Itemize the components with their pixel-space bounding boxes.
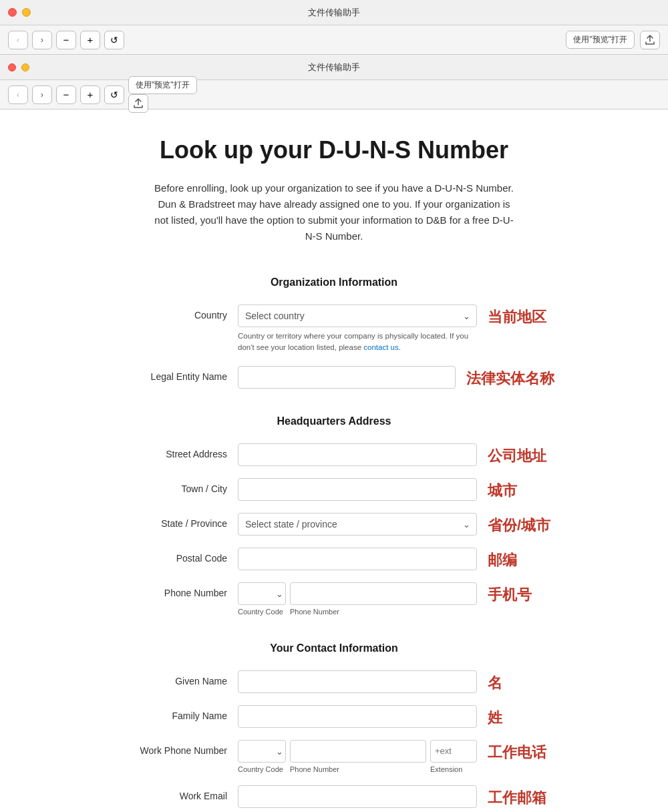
postal-row: Postal Code 邮编: [114, 548, 554, 570]
work-phone-annotation: 工作电话: [488, 740, 554, 763]
back-btn-2[interactable]: ‹: [8, 85, 28, 104]
work-email-input[interactable]: [238, 785, 477, 808]
org-section-title: Organization Information: [114, 276, 554, 288]
page-description: Before enrolling, look up your organizat…: [154, 180, 514, 244]
town-annotation: 城市: [488, 478, 554, 501]
contact-section-title: Your Contact Information: [114, 642, 554, 654]
town-field: [238, 478, 477, 501]
postal-label: Postal Code: [114, 548, 227, 564]
phone-number-input[interactable]: [290, 582, 477, 605]
state-field: Select state / province ⌄: [238, 513, 477, 536]
legal-entity-input[interactable]: [238, 366, 456, 389]
family-name-field: [238, 705, 477, 728]
town-label: Town / City: [114, 478, 227, 494]
refresh-btn-2[interactable]: ↺: [104, 85, 124, 104]
family-name-label: Family Name: [114, 705, 227, 721]
phone-annotation: 手机号: [488, 582, 554, 605]
country-label: Country: [114, 304, 227, 321]
state-row: State / Province Select state / province…: [114, 513, 554, 536]
window-title-1: 文件传输助手: [308, 7, 360, 19]
street-input[interactable]: [238, 443, 477, 466]
work-phone-sub-labels: Country Code Phone Number Extension: [238, 765, 477, 773]
country-hint: Country or territory where your company …: [238, 331, 477, 354]
forward-btn-2[interactable]: ›: [32, 85, 52, 104]
phone-sub-labels: Country Code Phone Number: [238, 608, 477, 616]
street-annotation: 公司地址: [488, 443, 554, 466]
phone-code-select[interactable]: [238, 582, 286, 605]
legal-entity-label: Legal Entity Name: [114, 366, 227, 382]
country-select-wrapper: Select country ⌄: [238, 304, 477, 327]
given-name-label: Given Name: [114, 670, 227, 686]
family-name-annotation: 姓: [488, 705, 554, 728]
state-label: State / Province: [114, 513, 227, 529]
phone-row: Phone Number ⌄ Country Code Phone: [114, 582, 554, 616]
zoom-in-btn-1[interactable]: +: [80, 31, 100, 49]
state-select-wrapper: Select state / province ⌄: [238, 513, 477, 536]
traffic-lights-1: [8, 8, 31, 17]
zoom-in-btn-2[interactable]: +: [80, 85, 100, 104]
work-email-annotation: 工作邮箱: [488, 785, 554, 808]
hq-section-title: Headquarters Address: [114, 415, 554, 427]
phone-field: ⌄ Country Code Phone Number: [238, 582, 477, 616]
toolbar-2: ‹ › − + ↺ 使用"预览"打开: [0, 80, 668, 110]
legal-entity-annotation: 法律实体名称: [466, 366, 554, 389]
content-area: Look up your D-U-N-S Number Before enrol…: [0, 110, 668, 812]
work-phone-ext-input[interactable]: [430, 740, 477, 763]
window-title-2: 文件传输助手: [308, 61, 360, 73]
work-email-label: Work Email: [114, 785, 227, 801]
titlebar-1: 文件传输助手: [0, 0, 668, 25]
phone-input-row: ⌄: [238, 582, 477, 605]
postal-annotation: 邮编: [488, 548, 554, 570]
back-btn-1[interactable]: ‹: [8, 31, 28, 49]
state-select[interactable]: Select state / province: [238, 513, 477, 536]
work-phone-input-row: ⌄: [238, 740, 477, 763]
postal-field: [238, 548, 477, 570]
zoom-out-btn-2[interactable]: −: [56, 85, 76, 104]
work-phone-number-input[interactable]: [290, 740, 426, 763]
work-country-code-sublabel: Country Code: [238, 765, 286, 773]
country-code-sublabel: Country Code: [238, 608, 286, 616]
state-annotation: 省份/城市: [488, 513, 554, 536]
forward-btn-1[interactable]: ›: [32, 31, 52, 49]
zoom-out-btn-1[interactable]: −: [56, 31, 76, 49]
work-email-field: [238, 785, 477, 808]
work-phone-code-wrapper: ⌄: [238, 740, 286, 763]
work-phone-field: ⌄ Country Code Phone Number Extension: [238, 740, 477, 773]
right-btns-1: 使用"预览"打开: [566, 31, 660, 49]
given-name-input[interactable]: [238, 670, 477, 693]
country-annotation: 当前地区: [488, 304, 554, 327]
town-row: Town / City 城市: [114, 478, 554, 501]
close-btn-2[interactable]: [8, 63, 16, 71]
given-name-annotation: 名: [488, 670, 554, 693]
minimize-btn-2[interactable]: [21, 63, 29, 71]
form-container: Look up your D-U-N-S Number Before enrol…: [100, 110, 568, 812]
refresh-btn-1[interactable]: ↺: [104, 31, 124, 49]
family-name-input[interactable]: [238, 705, 477, 728]
toolbar-1: ‹ › − + ↺ 使用"预览"打开: [0, 25, 668, 55]
street-row: Street Address 公司地址: [114, 443, 554, 466]
country-select[interactable]: Select country: [238, 304, 477, 327]
given-name-field: [238, 670, 477, 693]
street-label: Street Address: [114, 443, 227, 459]
work-phone-label: Work Phone Number: [114, 740, 227, 756]
family-name-row: Family Name 姓: [114, 705, 554, 728]
minimize-btn-1[interactable]: [22, 8, 31, 17]
contact-us-link[interactable]: contact us: [363, 343, 398, 351]
work-email-row: Work Email 工作邮箱: [114, 785, 554, 808]
street-field: [238, 443, 477, 466]
town-input[interactable]: [238, 478, 477, 501]
share-btn-1[interactable]: [640, 31, 660, 49]
phone-number-sublabel: Phone Number: [290, 608, 477, 616]
open-preview-btn-1[interactable]: 使用"预览"打开: [566, 31, 635, 49]
right-btns-2: 使用"预览"打开: [128, 76, 197, 113]
open-preview-btn-2[interactable]: 使用"预览"打开: [128, 76, 197, 94]
work-phone-ext-sublabel: Extension: [430, 765, 477, 773]
share-btn-2[interactable]: [128, 94, 148, 113]
page-title: Look up your D-U-N-S Number: [114, 136, 554, 164]
work-phone-code-select[interactable]: [238, 740, 286, 763]
country-row: Country Select country ⌄ Country or terr…: [114, 304, 554, 354]
postal-input[interactable]: [238, 548, 477, 570]
legal-entity-row: Legal Entity Name 法律实体名称: [114, 366, 554, 389]
titlebar-2: 文件传输助手: [0, 55, 668, 80]
close-btn-1[interactable]: [8, 8, 17, 17]
